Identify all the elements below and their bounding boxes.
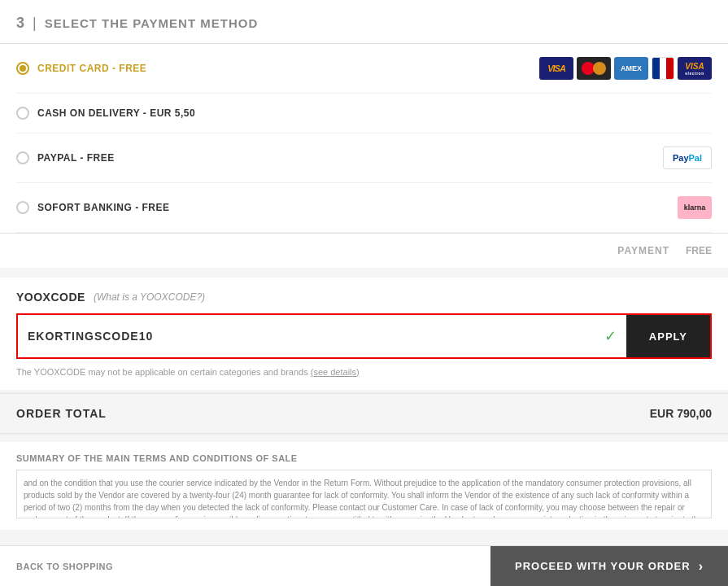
order-total-label: ORDER TOTAL xyxy=(16,407,107,420)
section-title: SELECT THE PAYMENT METHOD xyxy=(45,16,259,30)
sofort-label: SOFORT BANKING - FREE xyxy=(37,202,170,213)
payment-options: CREDIT CARD - FREE VISA AMEX VISA electr… xyxy=(0,44,728,233)
terms-text: and on the condition that you use the co… xyxy=(16,470,712,518)
paypal-label: PAYPAL - FREE xyxy=(37,152,115,164)
payment-option-cash[interactable]: CASH ON DELIVERY - EUR 5,50 xyxy=(16,94,712,133)
yooxcode-title: YOOXCODE xyxy=(16,291,85,304)
section-header: 3 | SELECT THE PAYMENT METHOD xyxy=(0,0,728,44)
yooxcode-header: YOOXCODE (What is a YOOXCODE?) xyxy=(16,291,712,304)
payment-option-paypal[interactable]: PAYPAL - FREE PayPal xyxy=(16,133,712,183)
radio-sofort[interactable] xyxy=(16,201,29,214)
mastercard-icon xyxy=(577,57,611,80)
payment-summary-value: FREE xyxy=(686,245,712,256)
order-total-section: ORDER TOTAL EUR 790,00 xyxy=(0,393,728,434)
order-total-value: EUR 790,00 xyxy=(650,407,712,420)
step-divider: | xyxy=(33,15,37,32)
amex-icon: AMEX xyxy=(614,57,648,80)
page-container: 3 | SELECT THE PAYMENT METHOD CREDIT CAR… xyxy=(0,0,728,586)
checkmark-icon: ✓ xyxy=(604,327,617,345)
visa-icon: VISA xyxy=(539,57,573,80)
bottom-bar: BACK TO SHOPPING PROCEED WITH YOUR ORDER… xyxy=(0,545,728,586)
jcb-icon xyxy=(652,57,674,80)
spacer1 xyxy=(0,268,728,278)
sofort-icons: klarna xyxy=(678,196,712,219)
yooxcode-input[interactable] xyxy=(28,330,598,343)
credit-card-label: CREDIT CARD - FREE xyxy=(37,63,146,74)
terms-title: SUMMARY OF THE MAIN TERMS AND CONDITIONS… xyxy=(16,453,712,463)
yooxcode-note: The YOOXCODE may not be applicable on ce… xyxy=(16,367,712,377)
paypal-icon: PayPal xyxy=(663,146,712,169)
radio-cash[interactable] xyxy=(16,107,29,120)
paypal-icons: PayPal xyxy=(663,146,712,169)
proceed-button[interactable]: PROCEED WITH YOUR ORDER › xyxy=(490,546,728,586)
yooxcode-see-details-link[interactable]: (see details) xyxy=(311,367,360,377)
radio-paypal[interactable] xyxy=(16,151,29,164)
visa-electron-icon: VISA electron xyxy=(678,57,712,80)
yooxcode-link[interactable]: (What is a YOOXCODE?) xyxy=(94,291,205,303)
payment-summary: PAYMENT FREE xyxy=(0,233,728,268)
yooxcode-section: YOOXCODE (What is a YOOXCODE?) ✓ APPLY T… xyxy=(0,278,728,390)
credit-card-icons: VISA AMEX VISA electron xyxy=(539,57,712,80)
apply-button[interactable]: APPLY xyxy=(626,315,710,357)
terms-section: SUMMARY OF THE MAIN TERMS AND CONDITIONS… xyxy=(0,442,728,530)
klarna-icon: klarna xyxy=(678,196,712,219)
yooxcode-input-wrapper: ✓ APPLY xyxy=(16,313,712,359)
payment-summary-label: PAYMENT xyxy=(617,245,669,256)
radio-credit-card[interactable] xyxy=(16,62,29,75)
step-number: 3 xyxy=(16,15,24,32)
proceed-label: PROCEED WITH YOUR ORDER xyxy=(515,560,691,572)
proceed-chevron-icon: › xyxy=(699,559,704,574)
back-to-shopping-link[interactable]: BACK TO SHOPPING xyxy=(0,546,129,586)
payment-option-sofort[interactable]: SOFORT BANKING - FREE klarna xyxy=(16,183,712,233)
payment-option-credit-card[interactable]: CREDIT CARD - FREE VISA AMEX VISA electr… xyxy=(16,44,712,94)
cash-label: CASH ON DELIVERY - EUR 5,50 xyxy=(37,107,195,119)
